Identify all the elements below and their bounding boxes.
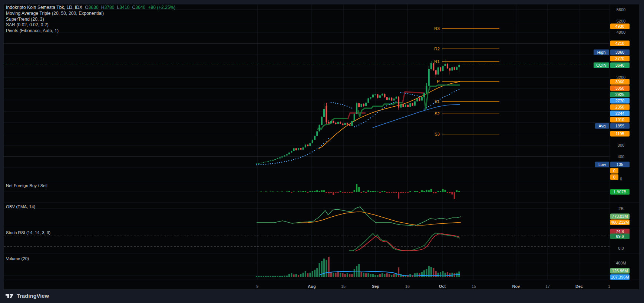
sar-dot xyxy=(256,164,257,166)
tradingview-logo-icon[interactable] xyxy=(5,293,14,299)
candle-body xyxy=(407,105,409,107)
net-foreign-bar xyxy=(384,191,385,192)
ohlc-value: 3640 xyxy=(135,5,145,10)
candle-body xyxy=(281,156,283,157)
time-tick-17: 17 xyxy=(545,284,550,289)
sar-dot xyxy=(405,93,406,94)
ohlc-value: 3630 xyxy=(89,5,99,10)
volume-bar xyxy=(328,257,330,277)
pane-separator[interactable] xyxy=(4,228,640,228)
net-foreign-bar xyxy=(267,192,269,192)
candle-body xyxy=(260,163,262,163)
sar-dot xyxy=(363,122,364,123)
candle-body xyxy=(358,103,360,107)
pane-title-stoch-rsi[interactable]: Stoch RSI (14, 14, 3, 3) xyxy=(6,230,50,235)
sar-dot xyxy=(414,95,415,96)
candle-body xyxy=(414,101,416,106)
volume-bar xyxy=(267,276,269,277)
price-label-2244: 2244 xyxy=(610,111,630,116)
price-label-3050: 3050 xyxy=(610,86,630,91)
candle-body xyxy=(354,114,355,121)
price-label-2770: 2770 xyxy=(610,98,630,104)
ohlc-values: O3630H3780L3410C3640 xyxy=(82,5,145,10)
sar-dot xyxy=(340,104,341,105)
symbol-title[interactable]: Indokripto Koin Semesta Tbk, 1D, IDX xyxy=(6,5,82,10)
candle-body xyxy=(412,103,413,106)
volume-bar xyxy=(342,273,343,277)
price-chart-canvas[interactable]: R3R2R1PS1S2S3 xyxy=(4,4,610,289)
price-label-3640: 3640 xyxy=(610,63,630,68)
sar-dot xyxy=(291,160,292,161)
sar-dot xyxy=(375,114,376,115)
sar-dot xyxy=(412,94,413,95)
volume-bar xyxy=(274,276,276,277)
candle-body xyxy=(286,154,288,155)
candle-body xyxy=(433,63,434,70)
pane-title-obv[interactable]: OBV (EMA, 14) xyxy=(6,204,35,209)
time-tick-16: 16 xyxy=(405,284,410,289)
time-tick-Sep: Sep xyxy=(372,284,379,289)
indicator-legend-sar[interactable]: SAR (0.02, 0.02, 0.2) xyxy=(6,22,175,28)
net-foreign-bar xyxy=(258,192,260,192)
pane-separator[interactable] xyxy=(4,280,640,280)
indicator-legend-pivots[interactable]: Pivots (Fibonacci, Auto, 1) xyxy=(6,28,175,34)
candle-body xyxy=(323,109,325,117)
price-label-4210: 4210 xyxy=(610,41,630,46)
net-foreign-bar xyxy=(270,192,271,192)
candle-body xyxy=(293,148,294,151)
net-foreign-bar xyxy=(409,191,411,192)
candle-body xyxy=(428,69,430,86)
candle-body xyxy=(267,161,269,162)
net-foreign-bar xyxy=(291,192,292,193)
sar-dot xyxy=(263,164,264,165)
sar-dot xyxy=(277,162,278,163)
pane-separator[interactable] xyxy=(4,203,640,203)
chart-area[interactable]: R3R2R1PS1S2S3 56005200480044003200800400… xyxy=(4,4,640,289)
candle-body xyxy=(361,104,362,107)
ohlc-value: 3780 xyxy=(104,5,114,10)
net-foreign-bar xyxy=(335,192,336,193)
sar-dot xyxy=(344,105,346,106)
candle-body xyxy=(403,104,404,107)
ohlc-key: C xyxy=(132,5,135,10)
sar-dot xyxy=(368,119,369,120)
net-foreign-bar xyxy=(300,192,301,192)
pane-title-net-foreign[interactable]: Net Foreign Buy / Sell xyxy=(6,183,47,188)
candle-body xyxy=(374,94,376,95)
pane-separator[interactable] xyxy=(4,253,640,253)
indicator-legend-ma[interactable]: Moving Average Triple (20, 50, 200, Expo… xyxy=(6,11,175,17)
pane-separator[interactable] xyxy=(4,181,640,181)
candle-body xyxy=(367,99,369,103)
candle-body xyxy=(328,122,330,123)
sar-dot xyxy=(275,163,276,164)
net-foreign-bar xyxy=(284,192,285,192)
volume-bar xyxy=(421,272,423,277)
net-foreign-bar xyxy=(365,192,367,193)
candle-body xyxy=(363,104,364,106)
volume-bar xyxy=(284,276,285,277)
volume-bar xyxy=(447,272,448,277)
sar-dot xyxy=(442,97,443,98)
net-foreign-bar xyxy=(337,192,339,193)
price-label-1855: 1855 xyxy=(610,123,630,129)
sar-dot xyxy=(284,161,285,162)
tradingview-brand-text[interactable]: TradingView xyxy=(17,293,49,299)
candle-body xyxy=(295,148,297,150)
pivot-label-s2: S2 xyxy=(435,111,440,116)
sar-dot xyxy=(433,103,434,104)
price-axis[interactable]: 5600520048004400320080040002B0.0400M4930… xyxy=(610,4,640,289)
sar-dot xyxy=(407,93,409,94)
pane-title-volume[interactable]: Volume (20) xyxy=(6,256,29,261)
net-foreign-bar xyxy=(437,191,439,192)
symbol-legend-row[interactable]: Indokripto Koin Semesta Tbk, 1D, IDXO363… xyxy=(6,5,175,11)
price-label-2350: 2350 xyxy=(610,104,630,110)
time-tick-9: 9 xyxy=(256,284,258,289)
sar-dot xyxy=(305,155,306,156)
sar-dot xyxy=(359,124,360,126)
time-tick-15: 15 xyxy=(472,284,476,289)
indicator-legend-supertrend[interactable]: SuperTrend (20, 3) xyxy=(6,17,175,23)
candle-body xyxy=(356,103,357,114)
sar-dot xyxy=(373,116,374,117)
sar-dot xyxy=(310,153,311,154)
sar-dot xyxy=(351,107,353,109)
